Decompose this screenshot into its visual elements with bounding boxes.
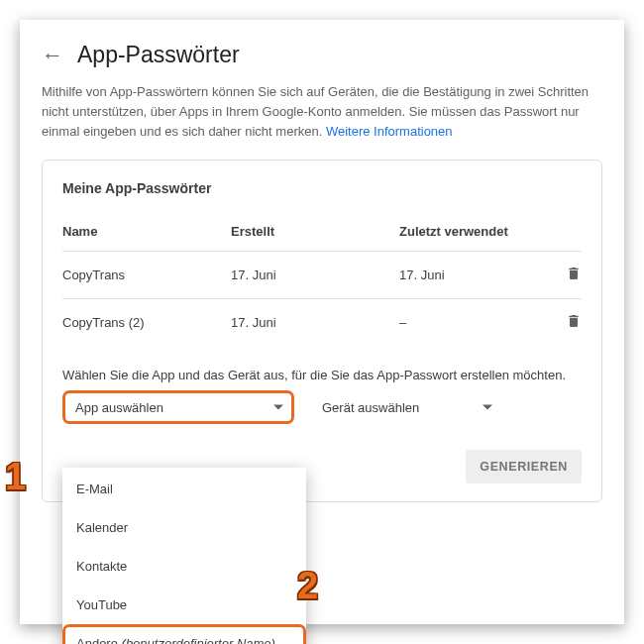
dropdown-item-email[interactable]: E-Mail [62, 470, 306, 508]
app-select-dropdown: E-Mail Kalender Kontakte YouTube Andere … [62, 468, 306, 644]
table-row: CopyTrans (2) 17. Juni – [62, 298, 582, 346]
cell-used: – [399, 315, 554, 330]
app-select-label: App auswählen [75, 400, 163, 415]
trash-icon[interactable] [566, 317, 582, 332]
dropdown-item-calendar[interactable]: Kalender [62, 508, 306, 547]
chevron-down-icon [483, 405, 492, 410]
dropdown-other-prefix: Andere [76, 636, 122, 644]
card-header: Meine App-Passwörter [62, 180, 582, 196]
table-header-row: Name Erstellt Zuletzt verwendet [62, 218, 582, 251]
cell-created: 17. Juni [231, 268, 399, 282]
description-body: Mithilfe von App-Passwörtern können Sie … [42, 84, 589, 139]
generate-button[interactable]: GENERIEREN [466, 450, 582, 483]
cell-name: CopyTrans (2) [62, 315, 231, 330]
select-prompt: Wählen Sie die App und das Gerät aus, fü… [62, 368, 582, 382]
cell-used: 17. Juni [399, 268, 554, 282]
col-header-name: Name [62, 224, 231, 239]
col-header-created: Erstellt [231, 224, 399, 239]
dropdown-other-suffix: (benutzerdefinierter Name) [122, 636, 275, 644]
cell-created: 17. Juni [231, 315, 399, 330]
dropdown-item-youtube[interactable]: YouTube [62, 586, 306, 624]
dropdown-item-contacts[interactable]: Kontakte [62, 547, 306, 586]
page-title: App-Passwörter [77, 42, 240, 68]
col-header-used: Zuletzt verwendet [399, 224, 554, 239]
app-passwords-card: Meine App-Passwörter Name Erstellt Zulet… [42, 160, 602, 502]
app-select[interactable]: App auswählen [62, 390, 294, 424]
dropdown-item-other[interactable]: Andere (benutzerdefinierter Name) [62, 624, 306, 644]
table-row: CopyTrans 17. Juni 17. Juni [62, 251, 582, 298]
more-info-link[interactable]: Weitere Informationen [326, 124, 453, 139]
trash-icon[interactable] [566, 269, 582, 284]
device-select-label: Gerät auswählen [322, 400, 419, 415]
device-select[interactable]: Gerät auswählen [312, 390, 500, 424]
back-icon[interactable]: ← [42, 45, 63, 66]
description-text: Mithilfe von App-Passwörtern können Sie … [42, 82, 602, 142]
cell-name: CopyTrans [62, 268, 231, 282]
chevron-down-icon [273, 405, 283, 410]
